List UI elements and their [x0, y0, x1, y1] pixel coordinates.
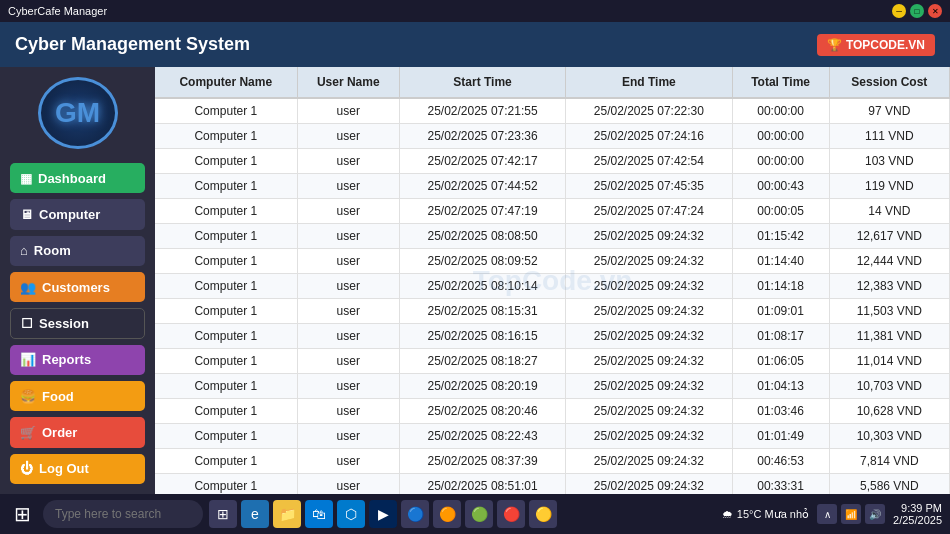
- table-row: Computer 1user25/02/2025 08:51:0125/02/2…: [155, 474, 950, 495]
- search-input[interactable]: [43, 500, 203, 528]
- sidebar-item-dashboard[interactable]: ▦ Dashboard: [10, 163, 145, 193]
- taskbar-icon-store[interactable]: 🛍: [305, 500, 333, 528]
- table-row: Computer 1user25/02/2025 07:23:3625/02/2…: [155, 124, 950, 149]
- close-button[interactable]: ✕: [928, 4, 942, 18]
- cell-r0-c0: Computer 1: [155, 98, 297, 124]
- customers-label: Customers: [42, 280, 110, 295]
- col-end-time: End Time: [566, 67, 732, 98]
- cell-r2-c2: 25/02/2025 07:42:17: [399, 149, 565, 174]
- cell-r12-c4: 01:03:46: [732, 399, 829, 424]
- sidebar-item-order[interactable]: 🛒 Order: [10, 417, 145, 447]
- app-window-title: CyberCafe Manager: [8, 5, 107, 17]
- cell-r13-c1: user: [297, 424, 399, 449]
- cell-r13-c3: 25/02/2025 09:24:32: [566, 424, 732, 449]
- cell-r1-c2: 25/02/2025 07:23:36: [399, 124, 565, 149]
- title-bar: CyberCafe Manager ─ □ ✕: [0, 0, 950, 22]
- table-row: Computer 1user25/02/2025 08:15:3125/02/2…: [155, 299, 950, 324]
- sidebar-item-session[interactable]: ☐ Session: [10, 308, 145, 339]
- cell-r5-c5: 12,617 VND: [829, 224, 949, 249]
- table-row: Computer 1user25/02/2025 08:22:4325/02/2…: [155, 424, 950, 449]
- cell-r14-c2: 25/02/2025 08:37:39: [399, 449, 565, 474]
- cell-r7-c2: 25/02/2025 08:10:14: [399, 274, 565, 299]
- dashboard-icon: ▦: [20, 171, 32, 186]
- cell-r2-c4: 00:00:00: [732, 149, 829, 174]
- cell-r11-c1: user: [297, 374, 399, 399]
- sidebar-item-reports[interactable]: 📊 Reports: [10, 345, 145, 375]
- taskbar-icon-terminal[interactable]: ▶: [369, 500, 397, 528]
- cell-r6-c4: 01:14:40: [732, 249, 829, 274]
- order-icon: 🛒: [20, 425, 36, 440]
- cell-r9-c0: Computer 1: [155, 324, 297, 349]
- logo-text: TOPCODE.VN: [846, 38, 925, 52]
- taskbar-icon-app1[interactable]: 🔵: [401, 500, 429, 528]
- table-header-row: Computer Name User Name Start Time End T…: [155, 67, 950, 98]
- table-row: Computer 1user25/02/2025 07:42:1725/02/2…: [155, 149, 950, 174]
- date-display: 2/25/2025: [893, 514, 942, 526]
- sidebar-item-computer[interactable]: 🖥 Computer: [10, 199, 145, 229]
- cell-r10-c0: Computer 1: [155, 349, 297, 374]
- sidebar-item-logout[interactable]: ⏻ Log Out: [10, 454, 145, 484]
- tray-icon-sound[interactable]: 🔊: [865, 504, 885, 524]
- cell-r14-c5: 7,814 VND: [829, 449, 949, 474]
- cell-r10-c5: 11,014 VND: [829, 349, 949, 374]
- system-tray: ∧ 📶 🔊: [817, 504, 885, 524]
- food-label: Food: [42, 389, 74, 404]
- table-row: Computer 1user25/02/2025 08:08:5025/02/2…: [155, 224, 950, 249]
- cell-r10-c3: 25/02/2025 09:24:32: [566, 349, 732, 374]
- table-row: Computer 1user25/02/2025 08:37:3925/02/2…: [155, 449, 950, 474]
- minimize-button[interactable]: ─: [892, 4, 906, 18]
- cell-r6-c3: 25/02/2025 09:24:32: [566, 249, 732, 274]
- cell-r10-c4: 01:06:05: [732, 349, 829, 374]
- col-user-name: User Name: [297, 67, 399, 98]
- tray-icon-up[interactable]: ∧: [817, 504, 837, 524]
- order-label: Order: [42, 425, 77, 440]
- cell-r3-c5: 119 VND: [829, 174, 949, 199]
- taskbar-icon-explorer[interactable]: 📁: [273, 500, 301, 528]
- cell-r6-c2: 25/02/2025 08:09:52: [399, 249, 565, 274]
- col-session-cost: Session Cost: [829, 67, 949, 98]
- cell-r1-c1: user: [297, 124, 399, 149]
- sidebar-item-customers[interactable]: 👥 Customers: [10, 272, 145, 302]
- cell-r15-c0: Computer 1: [155, 474, 297, 495]
- cell-r3-c0: Computer 1: [155, 174, 297, 199]
- cell-r12-c2: 25/02/2025 08:20:46: [399, 399, 565, 424]
- food-icon: 🍔: [20, 389, 36, 404]
- maximize-button[interactable]: □: [910, 4, 924, 18]
- cell-r14-c0: Computer 1: [155, 449, 297, 474]
- cell-r11-c3: 25/02/2025 09:24:32: [566, 374, 732, 399]
- cell-r13-c2: 25/02/2025 08:22:43: [399, 424, 565, 449]
- sidebar-item-food[interactable]: 🍔 Food: [10, 381, 145, 411]
- cell-r1-c0: Computer 1: [155, 124, 297, 149]
- taskbar-icon-apps[interactable]: ⊞: [209, 500, 237, 528]
- cell-r9-c1: user: [297, 324, 399, 349]
- cell-r7-c0: Computer 1: [155, 274, 297, 299]
- sidebar-item-room[interactable]: ⌂ Room: [10, 236, 145, 266]
- table-row: Computer 1user25/02/2025 08:20:1925/02/2…: [155, 374, 950, 399]
- taskbar-icon-vscode[interactable]: ⬡: [337, 500, 365, 528]
- weather-text: 15°C Mưa nhỏ: [737, 508, 809, 521]
- cell-r12-c1: user: [297, 399, 399, 424]
- cell-r8-c4: 01:09:01: [732, 299, 829, 324]
- taskbar-icon-app2[interactable]: 🟠: [433, 500, 461, 528]
- cell-r14-c3: 25/02/2025 09:24:32: [566, 449, 732, 474]
- table-row: Computer 1user25/02/2025 07:47:1925/02/2…: [155, 199, 950, 224]
- col-total-time: Total Time: [732, 67, 829, 98]
- cell-r8-c0: Computer 1: [155, 299, 297, 324]
- cell-r7-c4: 01:14:18: [732, 274, 829, 299]
- cell-r1-c5: 111 VND: [829, 124, 949, 149]
- taskbar-icon-edge[interactable]: e: [241, 500, 269, 528]
- start-button[interactable]: ⊞: [8, 500, 37, 528]
- cell-r7-c3: 25/02/2025 09:24:32: [566, 274, 732, 299]
- cell-r7-c1: user: [297, 274, 399, 299]
- cell-r8-c1: user: [297, 299, 399, 324]
- room-icon: ⌂: [20, 243, 28, 258]
- taskbar-icon-app3[interactable]: 🟢: [465, 500, 493, 528]
- cell-r9-c4: 01:08:17: [732, 324, 829, 349]
- dashboard-label: Dashboard: [38, 171, 106, 186]
- cell-r14-c1: user: [297, 449, 399, 474]
- tray-icon-network[interactable]: 📶: [841, 504, 861, 524]
- taskbar-icon-app4[interactable]: 🔴: [497, 500, 525, 528]
- reports-icon: 📊: [20, 352, 36, 367]
- app-header: Cyber Management System 🏆 TOPCODE.VN: [0, 22, 950, 67]
- taskbar-icon-app5[interactable]: 🟡: [529, 500, 557, 528]
